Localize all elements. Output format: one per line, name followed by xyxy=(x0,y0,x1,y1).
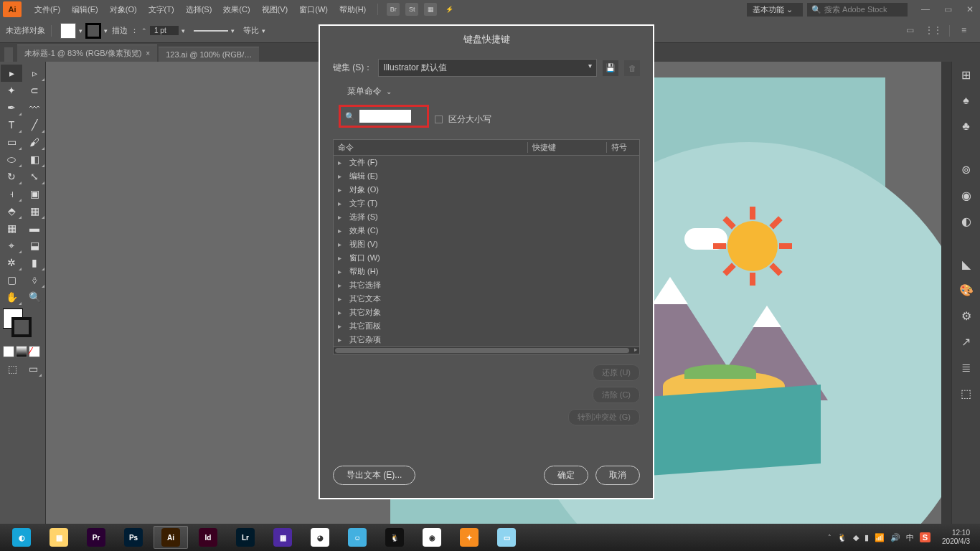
doc-setup-icon[interactable]: ▭ xyxy=(906,25,919,35)
prefs-icon[interactable]: ⋮⋮ xyxy=(925,25,938,35)
graph-tool[interactable]: ▮ xyxy=(24,254,45,271)
tree-item[interactable]: ▸其它对象 xyxy=(334,306,639,319)
shortcut-set-dropdown[interactable]: Illustrator 默认值 xyxy=(378,59,597,77)
menu-help[interactable]: 帮助(H) xyxy=(334,1,372,18)
screen-mode-icon[interactable]: ▭ xyxy=(24,360,42,377)
eraser-tool[interactable]: ◧ xyxy=(24,151,45,168)
taskbar-app-qq[interactable]: 🐧 xyxy=(377,526,412,549)
tray-sogou-icon[interactable]: S xyxy=(920,532,930,542)
command-tree[interactable]: ▸文件 (F)▸编辑 (E)▸对象 (O)▸文字 (T)▸选择 (S)▸效果 (… xyxy=(333,156,640,347)
menu-effect[interactable]: 效果(C) xyxy=(217,1,255,18)
menu-text[interactable]: 文字(T) xyxy=(143,1,180,18)
tray-wifi-icon[interactable]: 📶 xyxy=(875,533,885,542)
stock-icon[interactable]: St xyxy=(405,3,418,16)
pen-tool[interactable]: ✒ xyxy=(1,99,22,116)
color-mode-gradient[interactable] xyxy=(16,346,27,357)
expand-icon[interactable]: ▸ xyxy=(338,199,345,207)
stroke-swatch[interactable] xyxy=(85,23,101,39)
taskbar-app-lightroom[interactable]: Lr xyxy=(228,526,263,549)
tray-qq-icon[interactable]: 🐧 xyxy=(837,533,847,542)
expand-icon[interactable]: ▸ xyxy=(338,281,345,289)
panel-collapse-strip[interactable] xyxy=(941,62,951,524)
expand-icon[interactable]: ▸ xyxy=(338,254,345,262)
artboard-tool[interactable]: ▢ xyxy=(1,271,22,288)
tray-volume-icon[interactable]: 🔊 xyxy=(890,533,900,542)
adobe-stock-search[interactable]: 🔍 搜索 Adobe Stock xyxy=(807,3,908,17)
expand-icon[interactable]: ▸ xyxy=(338,309,345,316)
paintbrush-tool[interactable]: 🖌 xyxy=(24,133,45,151)
save-set-icon[interactable]: 💾 xyxy=(603,60,618,76)
menu-select[interactable]: 选择(S) xyxy=(180,1,218,18)
col-shortcut[interactable]: 快捷键 xyxy=(527,142,606,153)
expand-icon[interactable]: ▸ xyxy=(338,322,345,330)
taskbar-clock[interactable]: 12:10 2020/4/3 xyxy=(936,529,976,546)
curvature-tool[interactable]: 〰 xyxy=(24,99,45,116)
magic-wand-tool[interactable]: ✦ xyxy=(1,82,22,99)
shape-builder-tool[interactable]: ⬘ xyxy=(1,202,22,220)
menu-object[interactable]: 对象(O) xyxy=(104,1,143,18)
export-text-button[interactable]: 导出文本 (E)... xyxy=(333,466,415,485)
chevron-down-icon[interactable]: ▾ xyxy=(79,27,83,34)
tree-item[interactable]: ▸帮助 (H) xyxy=(334,265,639,278)
fill-stroke-control[interactable] xyxy=(0,306,46,344)
stroke-panel-icon[interactable]: ◣ xyxy=(958,255,975,273)
minimize-icon[interactable]: — xyxy=(918,3,933,16)
rectangle-tool[interactable]: ▭ xyxy=(1,133,22,151)
properties-panel-icon[interactable]: ⊞ xyxy=(958,66,975,83)
scrollbar-thumb[interactable] xyxy=(335,348,629,353)
workspace-dropdown[interactable]: 基本功能 ⌄ xyxy=(747,3,803,17)
menu-window[interactable]: 窗口(W) xyxy=(293,1,334,18)
tree-item[interactable]: ▸其它文本 xyxy=(334,292,639,306)
expand-icon[interactable]: ▸ xyxy=(338,336,345,344)
taskbar-app-chrome[interactable]: ◉ xyxy=(415,526,449,549)
lasso-tool[interactable]: ⊂ xyxy=(24,82,45,99)
stroke-style-sample[interactable] xyxy=(194,30,228,32)
stroke-stepper-down[interactable]: ⌃ xyxy=(141,27,147,34)
tree-item[interactable]: ▸文字 (T) xyxy=(334,197,639,210)
slice-tool[interactable]: ⎀ xyxy=(24,271,45,288)
cancel-button[interactable]: 取消 xyxy=(595,466,640,485)
taskbar-app-app4[interactable]: ✦ xyxy=(452,526,486,549)
expand-icon[interactable]: ▸ xyxy=(338,159,345,166)
width-tool[interactable]: ⫞ xyxy=(1,185,22,202)
symbol-sprayer-tool[interactable]: ✲ xyxy=(1,254,22,271)
tree-item[interactable]: ▸效果 (C) xyxy=(334,224,639,237)
free-transform-tool[interactable]: ▣ xyxy=(24,185,45,202)
rotate-tool[interactable]: ↻ xyxy=(1,168,22,185)
tray-app-icon[interactable]: ◆ xyxy=(853,533,859,542)
blend-tool[interactable]: ⬓ xyxy=(24,237,45,254)
shaper-tool[interactable]: ⬭ xyxy=(1,151,22,168)
expand-icon[interactable]: ▸ xyxy=(338,268,345,276)
expand-icon[interactable]: ▸ xyxy=(338,213,345,221)
color-mode-solid[interactable] xyxy=(3,346,14,357)
taskbar-app-notes[interactable]: ▭ xyxy=(489,526,524,549)
eyedropper-tool[interactable]: ⌖ xyxy=(1,237,22,254)
taskbar-app-premiere[interactable]: Pr xyxy=(79,526,113,549)
color-panel-icon[interactable]: ◉ xyxy=(958,187,975,204)
appearance-panel-icon[interactable]: ↗ xyxy=(958,333,975,350)
tray-ime-icon[interactable]: 中 xyxy=(906,532,914,543)
tree-horizontal-scrollbar[interactable]: ▸ xyxy=(333,347,640,354)
tree-item[interactable]: ▸视图 (V) xyxy=(334,237,639,251)
transparency-panel-icon[interactable]: ⚙ xyxy=(958,307,975,324)
chevron-down-icon[interactable]: ▾ xyxy=(182,27,185,34)
col-symbol[interactable]: 符号 xyxy=(606,142,635,153)
zoom-tool[interactable]: 🔍 xyxy=(24,288,45,306)
tree-item[interactable]: ▸其它面板 xyxy=(334,319,639,333)
stroke-weight-field[interactable]: 1 pt xyxy=(150,26,179,35)
expand-icon[interactable]: ▸ xyxy=(338,240,345,248)
taskbar-app-indesign[interactable]: Id xyxy=(191,526,225,549)
arrange-icon[interactable]: ▦ xyxy=(424,3,437,16)
taskbar-app-app3[interactable]: ☺ xyxy=(340,526,374,549)
col-command[interactable]: 命令 xyxy=(338,142,527,153)
hand-tool[interactable]: ✋ xyxy=(1,288,22,306)
stroke-color-swatch[interactable] xyxy=(11,317,32,337)
maximize-icon[interactable]: ▭ xyxy=(941,3,956,16)
cc-panel-icon[interactable]: ⊚ xyxy=(958,161,975,178)
doc-tab-2[interactable]: 123.ai @ 100% (RGB/… xyxy=(159,47,259,62)
taskbar-app-illustrator[interactable]: Ai xyxy=(154,526,188,549)
tab-close-icon[interactable]: × xyxy=(146,50,150,57)
tree-item[interactable]: ▸其它杂项 xyxy=(334,333,639,347)
color-guide-panel-icon[interactable]: ◐ xyxy=(958,212,975,230)
close-icon[interactable]: ✕ xyxy=(963,3,977,16)
